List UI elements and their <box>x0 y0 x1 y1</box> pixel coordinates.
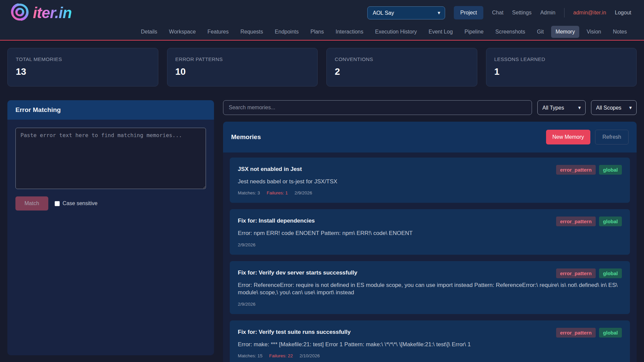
logout-link[interactable]: Logout <box>615 10 631 16</box>
scope-filter-select[interactable]: All Scopes <box>591 100 637 115</box>
match-button[interactable]: Match <box>15 196 48 210</box>
tab-details[interactable]: Details <box>137 26 162 38</box>
tab-memory[interactable]: Memory <box>551 26 579 38</box>
tab-pipeline[interactable]: Pipeline <box>460 26 488 38</box>
tab-vision[interactable]: Vision <box>582 26 605 38</box>
memory-card[interactable]: Fix for: Verify dev server starts succes… <box>230 261 630 314</box>
tab-endpoints[interactable]: Endpoints <box>270 26 303 38</box>
memories-list: JSX not enabled in Jest error_pattern gl… <box>223 153 637 362</box>
header-divider <box>564 8 565 17</box>
stat-error-patterns: ERROR PATTERNS 10 <box>167 48 318 86</box>
memory-title: Fix for: Verify test suite runs successf… <box>238 328 351 336</box>
tab-requests[interactable]: Requests <box>236 26 268 38</box>
refresh-button[interactable]: Refresh <box>595 130 629 144</box>
app-header: iter.in AOL Say ▼ Project Chat Settings … <box>0 0 644 41</box>
case-sensitive-checkbox[interactable] <box>55 201 60 206</box>
brand-logo: iter.in <box>10 2 72 23</box>
type-filter-wrap: All Types ▼ <box>537 100 586 115</box>
tab-event-log[interactable]: Event Log <box>424 26 457 38</box>
tab-plans[interactable]: Plans <box>306 26 328 38</box>
case-sensitive-label: Case sensitive <box>55 200 98 206</box>
memories-title: Memories <box>231 133 261 141</box>
new-memory-button[interactable]: New Memory <box>546 130 590 144</box>
scope-badge: global <box>599 217 622 226</box>
memory-date: 2/9/2026 <box>238 242 256 247</box>
stats-row: TOTAL MEMORIES 13 ERROR PATTERNS 10 CONV… <box>7 48 637 86</box>
scope-badge: global <box>599 165 622 175</box>
tab-execution-history[interactable]: Execution History <box>371 26 421 38</box>
stat-lessons-learned: LESSONS LEARNED 1 <box>486 48 637 86</box>
type-badge: error_pattern <box>556 328 596 338</box>
stat-total-memories: TOTAL MEMORIES 13 <box>7 48 158 86</box>
memory-description: Error: ReferenceError: require is not de… <box>238 282 622 297</box>
stat-value: 1 <box>494 66 629 77</box>
stat-label: CONVENTIONS <box>335 56 469 62</box>
stat-label: TOTAL MEMORIES <box>16 56 150 62</box>
memory-title: Fix for: Verify dev server starts succes… <box>238 268 357 276</box>
stat-label: ERROR PATTERNS <box>175 56 310 62</box>
stat-value: 10 <box>175 66 310 77</box>
memory-date: 2/10/2026 <box>300 353 320 358</box>
memory-date: 2/9/2026 <box>294 190 312 195</box>
main-content: TOTAL MEMORIES 13 ERROR PATTERNS 10 CONV… <box>0 41 644 362</box>
filter-row: All Types ▼ All Scopes ▼ <box>223 100 637 115</box>
error-matching-panel: Error Matching Match Case sensitive <box>7 100 214 355</box>
swirl-logo-icon <box>10 2 30 23</box>
stat-value: 13 <box>16 66 150 77</box>
tab-screenshots[interactable]: Screenshots <box>491 26 530 38</box>
memory-card[interactable]: Fix for: Verify test suite runs successf… <box>230 320 630 362</box>
user-email: admin@iter.in <box>573 10 606 16</box>
memories-panel: Memories New Memory Refresh JSX not enab… <box>223 122 637 362</box>
type-badge: error_pattern <box>556 268 596 278</box>
type-filter-select[interactable]: All Types <box>537 100 586 115</box>
error-matching-title: Error Matching <box>7 100 214 120</box>
project-select-wrap: AOL Say ▼ <box>367 6 445 19</box>
search-input[interactable] <box>223 100 532 115</box>
menu-settings[interactable]: Settings <box>512 10 532 16</box>
memories-header: Memories New Memory Refresh <box>223 122 637 153</box>
tab-workspace[interactable]: Workspace <box>165 26 200 38</box>
stat-value: 2 <box>335 66 469 77</box>
memory-matches: Matches: 3 <box>238 190 260 195</box>
project-button[interactable]: Project <box>454 6 483 19</box>
menu-chat[interactable]: Chat <box>492 10 503 16</box>
type-badge: error_pattern <box>556 165 596 175</box>
tab-interactions[interactable]: Interactions <box>331 26 368 38</box>
scope-badge: global <box>599 328 622 338</box>
memory-failures: Failures: 1 <box>267 190 288 195</box>
memory-date: 2/9/2026 <box>238 302 256 307</box>
project-select[interactable]: AOL Say <box>367 6 445 19</box>
tab-notes[interactable]: Notes <box>608 26 631 38</box>
type-badge: error_pattern <box>556 217 596 226</box>
stat-label: LESSONS LEARNED <box>494 56 629 62</box>
stat-conventions: CONVENTIONS 2 <box>326 48 477 86</box>
brand-name: iter.in <box>33 4 72 22</box>
memory-title: Fix for: Install dependencies <box>238 217 315 224</box>
memory-card[interactable]: JSX not enabled in Jest error_pattern gl… <box>230 158 630 203</box>
memory-description: Error: make: *** [Makefile:21: test] Err… <box>238 341 622 348</box>
memory-description: Error: npm ERR! code ENOENT Pattern: npm… <box>238 230 622 237</box>
memory-matches: Matches: 15 <box>238 353 263 358</box>
error-text-input[interactable] <box>15 128 206 189</box>
tab-git[interactable]: Git <box>533 26 548 38</box>
scope-badge: global <box>599 268 622 278</box>
memory-title: JSX not enabled in Jest <box>238 165 302 173</box>
memory-card[interactable]: Fix for: Install dependencies error_patt… <box>230 209 630 254</box>
scope-filter-wrap: All Scopes ▼ <box>591 100 637 115</box>
memory-failures: Failures: 22 <box>269 353 293 358</box>
menu-admin[interactable]: Admin <box>540 10 555 16</box>
memory-description: Jest needs babel or ts-jest for JSX/TSX <box>238 178 622 185</box>
nav-tabs: Details Workspace Features Requests Endp… <box>10 25 631 40</box>
tab-features[interactable]: Features <box>203 26 233 38</box>
